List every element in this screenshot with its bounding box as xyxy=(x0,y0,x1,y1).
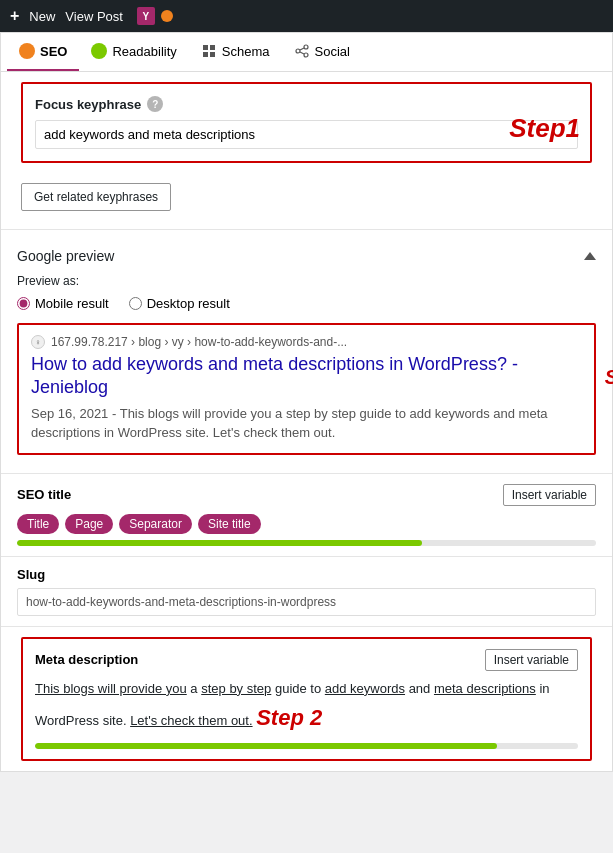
preview-title-link[interactable]: How to add keywords and meta description… xyxy=(31,353,582,400)
new-button[interactable]: New xyxy=(29,9,55,24)
orange-dot xyxy=(161,10,173,22)
chip-separator[interactable]: Separator xyxy=(119,514,192,534)
meta-description-section: Meta description Insert variable This bl… xyxy=(21,637,592,761)
seo-dot-icon xyxy=(19,43,35,59)
google-preview-header: Google preview xyxy=(17,248,596,264)
get-related-keyphrases-button[interactable]: Get related keyphrases xyxy=(21,183,171,211)
focus-keyphrase-section: Focus keyphrase ? Step1 xyxy=(21,82,592,163)
meta-progress xyxy=(35,743,578,749)
svg-rect-1 xyxy=(210,45,215,50)
seo-title-progress-fill xyxy=(17,540,422,546)
step2-label: Step 2 xyxy=(256,705,322,730)
preview-url-line: ♀ 167.99.78.217 › blog › vy › how-to-add… xyxy=(31,335,582,349)
svg-point-4 xyxy=(304,45,308,49)
tab-seo[interactable]: SEO xyxy=(7,33,79,71)
seo-title-label: SEO title xyxy=(17,487,71,502)
svg-point-5 xyxy=(296,49,300,53)
seo-title-section: SEO title Insert variable Title Page Sep… xyxy=(1,474,612,557)
tabs: SEO Readability Schema xyxy=(1,33,612,72)
yoast-area: Y xyxy=(137,7,173,25)
svg-rect-2 xyxy=(203,52,208,57)
seo-chips: Title Page Separator Site title xyxy=(17,514,596,534)
help-icon[interactable]: ? xyxy=(147,96,163,112)
tab-readability[interactable]: Readability xyxy=(79,33,188,71)
seo-title-header: SEO title Insert variable xyxy=(17,484,596,506)
preview-radio-group: Mobile result Desktop result xyxy=(17,296,596,311)
svg-rect-0 xyxy=(203,45,208,50)
related-keyphrases-area: Get related keyphrases xyxy=(1,173,612,225)
schema-grid-icon xyxy=(201,43,217,59)
meta-text-content: This blogs will provide you a step by st… xyxy=(35,679,578,735)
mobile-radio[interactable] xyxy=(17,297,30,310)
view-post-link[interactable]: View Post xyxy=(65,9,123,24)
chip-page[interactable]: Page xyxy=(65,514,113,534)
meta-description-label: Meta description xyxy=(35,652,138,667)
google-preview-card: ♀ 167.99.78.217 › blog › vy › how-to-add… xyxy=(17,323,596,455)
chip-title[interactable]: Title xyxy=(17,514,59,534)
mobile-radio-label[interactable]: Mobile result xyxy=(17,296,109,311)
focus-keyphrase-label: Focus keyphrase ? xyxy=(35,96,578,112)
focus-keyphrase-input[interactable] xyxy=(35,120,578,149)
favicon-icon: ♀ xyxy=(31,335,45,349)
meta-progress-fill xyxy=(35,743,497,749)
slug-label: Slug xyxy=(17,567,596,582)
yoast-icon: Y xyxy=(137,7,155,25)
desktop-radio-label[interactable]: Desktop result xyxy=(129,296,230,311)
preview-as-label: Preview as: xyxy=(17,274,596,288)
svg-line-8 xyxy=(300,52,304,54)
preview-description: Sep 16, 2021 - This blogs will provide y… xyxy=(31,404,582,443)
collapse-button[interactable] xyxy=(584,252,596,260)
insert-variable-meta-button[interactable]: Insert variable xyxy=(485,649,578,671)
readability-dot-icon xyxy=(91,43,107,59)
slug-input[interactable] xyxy=(17,588,596,616)
meta-description-wrapper: Meta description Insert variable This bl… xyxy=(11,637,602,761)
google-preview-title: Google preview xyxy=(17,248,114,264)
svg-rect-3 xyxy=(210,52,215,57)
desktop-radio[interactable] xyxy=(129,297,142,310)
step3-label: Step 3 xyxy=(605,366,613,412)
slug-section: Slug xyxy=(1,557,612,627)
google-preview-section: Google preview Preview as: Mobile result… xyxy=(1,234,612,474)
insert-variable-seo-button[interactable]: Insert variable xyxy=(503,484,596,506)
tab-schema[interactable]: Schema xyxy=(189,33,282,71)
step1-label: Step1 xyxy=(509,113,580,144)
svg-point-6 xyxy=(304,53,308,57)
main-panel: SEO Readability Schema xyxy=(0,32,613,772)
chip-site-title[interactable]: Site title xyxy=(198,514,261,534)
seo-title-progress xyxy=(17,540,596,546)
tab-social[interactable]: Social xyxy=(282,33,362,71)
social-share-icon xyxy=(294,43,310,59)
meta-header: Meta description Insert variable xyxy=(35,649,578,671)
new-plus-icon: + xyxy=(10,7,19,25)
top-bar: + New View Post Y xyxy=(0,0,613,32)
svg-line-7 xyxy=(300,48,304,50)
